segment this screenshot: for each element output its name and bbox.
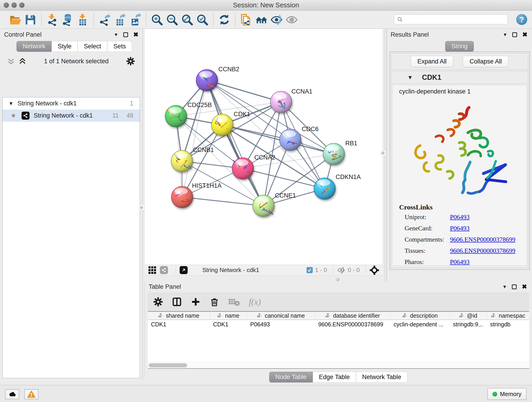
detach-view-icon[interactable]	[180, 266, 188, 274]
tab-select[interactable]: Select	[78, 41, 107, 52]
panel-menu-icon[interactable]: ▼	[503, 32, 507, 37]
collection-expand-arrow-icon[interactable]: ▼	[8, 101, 13, 107]
table-cell[interactable]: CDK1	[148, 320, 210, 329]
selected-nodes-checkbox[interactable]	[307, 267, 313, 273]
expand-all-networks-icon[interactable]	[18, 57, 27, 65]
column-header-description[interactable]: description	[390, 312, 450, 319]
table-cell[interactable]: stringdb	[487, 320, 529, 329]
tab-style[interactable]: Style	[51, 41, 78, 52]
network-node-CCNB2[interactable]	[196, 70, 218, 91]
crosslink-link[interactable]: 9606.ENSP00000378699	[450, 247, 515, 254]
warnings-button[interactable]	[24, 389, 38, 399]
export-network-button[interactable]	[97, 12, 112, 27]
first-neighbors-button[interactable]	[254, 12, 269, 27]
zoom-fit-button[interactable]	[180, 12, 195, 27]
network-node-CDK1[interactable]	[211, 114, 233, 136]
network-edge[interactable]	[182, 197, 264, 206]
close-window-button[interactable]	[4, 2, 9, 8]
network-node-CDC25B[interactable]	[165, 105, 187, 127]
network-node-CDC6[interactable]	[279, 129, 301, 151]
column-header-shared-name[interactable]: shared name	[148, 312, 210, 319]
tab-string[interactable]: String	[445, 41, 474, 52]
show-all-button[interactable]	[284, 12, 299, 27]
horizontal-splitter-handle[interactable]	[336, 278, 340, 281]
import-network-database-button[interactable]	[60, 12, 75, 27]
tab-edge-table[interactable]: Edge Table	[313, 372, 356, 383]
tab-sets[interactable]: Sets	[107, 41, 132, 52]
memory-button[interactable]: Memory	[487, 388, 526, 400]
search-input[interactable]	[403, 15, 507, 24]
network-node-HIST1H1A[interactable]	[171, 186, 193, 208]
collapse-all-button[interactable]: Collapse All	[463, 56, 508, 67]
birds-eye-view-icon[interactable]	[370, 265, 379, 275]
scrollbar-thumb[interactable]	[149, 363, 187, 367]
crosslink-link[interactable]: 9606.ENSP00000378699	[450, 236, 515, 243]
table-cell[interactable]: CDK1	[210, 320, 247, 329]
open-session-button[interactable]	[8, 12, 23, 27]
save-session-button[interactable]	[23, 12, 38, 27]
network-row-selected[interactable]: String Network - cdk1 11 48	[2, 109, 140, 122]
table-cell[interactable]: 9606.ENSP00000378699	[315, 320, 390, 329]
network-view-type-icon[interactable]	[160, 266, 168, 274]
table-cell[interactable]: stringdb:9...	[450, 320, 487, 329]
left-splitter-handle[interactable]	[139, 205, 144, 210]
column-header--id[interactable]: @id	[450, 312, 487, 319]
cloud-status-button[interactable]	[5, 389, 19, 399]
show-columns-icon[interactable]	[172, 297, 182, 307]
import-table-button[interactable]	[75, 12, 90, 27]
new-network-from-selection-button[interactable]	[239, 12, 254, 27]
export-table-button[interactable]	[112, 12, 127, 27]
network-node-RB1[interactable]	[323, 143, 345, 165]
column-header-namespac[interactable]: namespac	[487, 312, 529, 319]
network-graph[interactable]: CCNB2 CCNA1 CDC25B CDK1 CDC6 RB1	[145, 29, 382, 265]
panel-float-icon[interactable]	[512, 32, 517, 37]
network-canvas[interactable]: CCNB2 CCNA1 CDC25B CDK1 CDC6 RB1	[145, 29, 382, 265]
tab-network[interactable]: Network	[17, 41, 51, 52]
panel-float-icon[interactable]	[512, 284, 517, 289]
zoom-selected-button[interactable]	[195, 12, 210, 27]
network-node-CCNE1[interactable]	[253, 195, 274, 217]
table-cell[interactable]: P06493	[247, 320, 315, 329]
export-image-button[interactable]	[127, 12, 143, 27]
zoom-out-button[interactable]	[165, 12, 180, 27]
network-options-gear-icon[interactable]	[126, 57, 135, 66]
table-row[interactable]: CDK1CDK1P064939606.ENSP00000378699cyclin…	[148, 320, 529, 329]
section-collapse-arrow-icon[interactable]: ▼	[407, 74, 413, 81]
delete-column-icon[interactable]	[209, 297, 220, 307]
collapse-all-networks-icon[interactable]	[7, 57, 15, 65]
zoom-window-button[interactable]	[19, 2, 25, 8]
panel-close-icon[interactable]: ✖	[522, 284, 527, 290]
network-collection-row[interactable]: ▼ String Network - cdk1 1	[2, 97, 140, 109]
column-header-name[interactable]: name	[210, 312, 247, 319]
right-splitter-handle[interactable]	[380, 150, 385, 155]
hide-selected-button[interactable]	[269, 12, 284, 27]
crosslink-link[interactable]: P06493	[450, 258, 470, 266]
column-header-database-identifier[interactable]: database identifier	[315, 312, 390, 319]
network-edge[interactable]	[182, 80, 207, 197]
add-column-icon[interactable]	[191, 297, 201, 307]
protein-section-header[interactable]: ▼ CDK1	[391, 71, 528, 84]
panel-float-icon[interactable]	[123, 32, 128, 37]
grid-view-icon[interactable]	[148, 266, 157, 274]
crosslink-link[interactable]: P06493	[450, 213, 470, 221]
table-options-gear-icon[interactable]	[153, 297, 163, 307]
node-table[interactable]: shared namenamecanonical namedatabase id…	[148, 311, 529, 362]
panel-menu-icon[interactable]: ▼	[502, 284, 507, 289]
help-button[interactable]: ?	[516, 14, 527, 25]
import-network-file-button[interactable]	[45, 12, 60, 27]
network-node-CCNA1[interactable]	[270, 91, 292, 113]
network-node-CCNB1[interactable]	[171, 150, 193, 172]
network-edge[interactable]	[207, 80, 281, 102]
panel-close-icon[interactable]: ✖	[522, 32, 527, 38]
expand-all-button[interactable]: Expand All	[411, 56, 453, 67]
network-node-CCNA2[interactable]	[232, 158, 254, 179]
tab-node-table[interactable]: Node Table	[269, 372, 313, 383]
network-node-CDKN1A[interactable]	[314, 178, 336, 199]
column-header-canonical-name[interactable]: canonical name	[247, 312, 315, 319]
panel-close-icon[interactable]: ✖	[133, 32, 138, 38]
panel-menu-icon[interactable]: ▼	[114, 32, 119, 37]
table-cell[interactable]: cyclin-dependent ...	[390, 320, 450, 329]
minimize-window-button[interactable]	[12, 2, 17, 8]
table-horizontal-scrollbar[interactable]	[148, 362, 529, 368]
tab-network-table[interactable]: Network Table	[356, 372, 408, 383]
